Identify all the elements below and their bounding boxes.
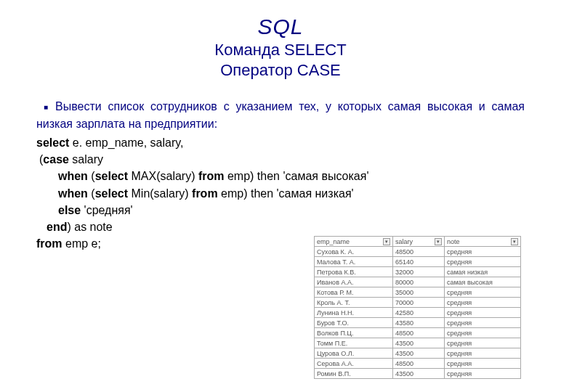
table-cell: самая высокая [444,277,520,287]
table-row: Котова Р. М.35000средняя [315,287,521,298]
table-cell: Серова А.А. [315,359,393,369]
table-cell: 80000 [392,277,444,287]
table-cell: 32000 [392,267,444,277]
code-text: ( [88,170,95,182]
code-text: ) as note [67,221,112,233]
filter-icon: ▾ [435,238,442,245]
table-cell: 48500 [392,328,444,338]
code-line-3: when (select MAX(salary) from emp) then … [36,168,525,184]
task-description: ■Вывести список сотрудников с указанием … [36,98,525,133]
code-text: e. emp_name, salary, [69,136,183,149]
title-case: Оператор CASE [36,61,525,80]
table-cell: 43500 [392,338,444,348]
table-cell: средняя [444,338,520,348]
table-cell: средняя [444,328,520,338]
code-text: emp) then 'самая низкая' [218,187,354,200]
task-text: Вывести список сотрудников с указанием т… [36,100,525,130]
table-cell: средняя [444,287,520,298]
table-row: Иванов А.А.80000самая высокая [315,277,521,287]
result-table-container: emp_name▾ salary▾ note▾ Сухова К. А.4850… [314,236,521,379]
table-cell: средняя [444,308,520,318]
table-row: Сухова К. А.48500средняя [315,247,521,257]
table-cell: 65140 [392,257,444,267]
table-header-note: note▾ [444,237,520,247]
table-cell: Петрова К.В. [315,267,393,277]
table-cell: Котова Р. М. [315,287,393,298]
code-text: 'средняя' [81,204,133,216]
table-row: Волков П.Ц.48500средняя [315,328,521,338]
slide-content: ■Вывести список сотрудников с указанием … [36,98,525,252]
kw-case: case [43,153,69,166]
table-row: Петрова К.В.32000самая низкая [315,267,521,277]
header-label: emp_name [317,238,350,245]
table-row: Томм П.Е.43500средняя [315,338,521,348]
title-sql: SQL [36,15,525,39]
table-cell: 48500 [392,359,444,369]
kw-when: when [58,170,88,182]
kw-select: select [36,136,69,149]
table-row: Ромин В.П.43500средняя [315,369,521,379]
code-line-1: select e. emp_name, salary, [36,134,525,151]
code-text: emp e; [62,237,101,250]
bullet-icon: ■ [44,102,48,113]
filter-icon: ▾ [511,238,518,245]
title-select: Команда SELECT [36,41,525,60]
table-row: Кроль А. Т.70000средняя [315,298,521,308]
header-label: note [447,238,460,245]
kw-from: from [192,187,218,200]
table-cell: 43500 [392,348,444,359]
table-cell: 35000 [392,287,444,298]
table-cell: средняя [444,318,520,328]
result-table: emp_name▾ salary▾ note▾ Сухова К. А.4850… [314,236,521,379]
header-label: salary [395,238,413,245]
table-cell: Ромин В.П. [315,369,393,379]
table-cell: 43500 [392,369,444,379]
table-cell: 42580 [392,308,444,318]
table-row: Цурова О.Л.43500средняя [315,348,521,359]
table-cell: 48500 [392,247,444,257]
slide-title: SQL Команда SELECT Оператор CASE [36,15,525,80]
table-row: Малова Т. А.65140средняя [315,257,521,267]
table-cell: средняя [444,257,520,267]
table-cell: 43580 [392,318,444,328]
code-text: salary [69,153,103,166]
filter-icon: ▾ [383,238,390,245]
table-cell: Кроль А. Т. [315,298,393,308]
kw-from: from [198,170,225,182]
table-row: Серова А.А.48500средняя [315,359,521,369]
table-cell: Цурова О.Л. [315,348,393,359]
kw-end: end [47,221,67,233]
table-cell: 70000 [392,298,444,308]
kw-from: from [36,237,62,250]
table-cell: средняя [444,359,520,369]
kw-select: select [95,187,128,200]
table-cell: Буров Т.О. [315,318,393,328]
code-text: ( [88,187,95,200]
table-row: Буров Т.О.43580средняя [315,318,521,328]
table-row: Лунина Н.Н.42580средняя [315,308,521,318]
code-line-4: when (select Min(salary) from emp) then … [36,185,525,202]
table-cell: средняя [444,298,520,308]
table-cell: средняя [444,348,520,359]
table-cell: Иванов А.А. [315,277,393,287]
kw-select: select [95,170,128,182]
table-cell: средняя [444,369,520,379]
kw-when: when [58,187,88,200]
table-cell: Томм П.Е. [315,338,393,348]
code-text: MAX(salary) [128,170,198,182]
code-line-5: else 'средняя' [36,202,525,219]
table-header-empname: emp_name▾ [315,237,393,247]
code-line-2: (case salary [36,151,525,168]
table-cell: самая низкая [444,267,520,277]
table-header-row: emp_name▾ salary▾ note▾ [315,237,521,247]
table-cell: Сухова К. А. [315,247,393,257]
table-cell: Лунина Н.Н. [315,308,393,318]
kw-else: else [58,204,81,216]
table-cell: средняя [444,247,520,257]
code-text: emp) then 'самая высокая' [225,170,369,182]
code-text: Min(salary) [128,187,192,200]
table-header-salary: salary▾ [392,237,444,247]
table-cell: Малова Т. А. [315,257,393,267]
code-line-6: end) as note [36,219,525,235]
table-cell: Волков П.Ц. [315,328,393,338]
